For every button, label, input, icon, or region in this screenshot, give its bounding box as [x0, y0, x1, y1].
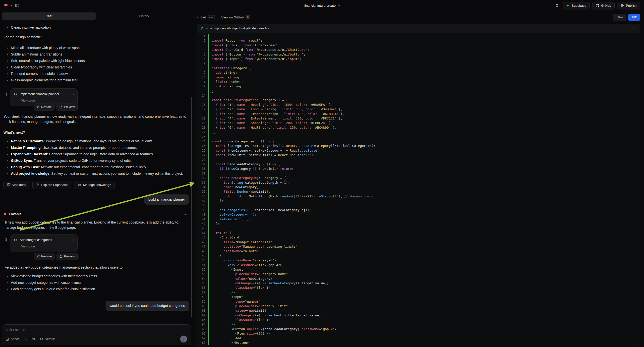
composer-toolbar: Attach Edit Default ▾ ↑: [6, 336, 187, 342]
restore-icon: ↺: [37, 105, 40, 109]
line-number: 1: [198, 34, 208, 38]
code-line: 52 <Input: [198, 267, 640, 272]
code-line: 45 <ChartCard: [198, 235, 640, 240]
lovable-heart-icon: ❤: [4, 212, 7, 216]
line-number: 27: [198, 153, 208, 157]
message-card-row: Implement financial planner › View code …: [4, 88, 189, 110]
edit-label: Edit: [29, 337, 35, 341]
code-line: 20 { id: '5', name: 'Shopping', limit: 2…: [198, 121, 640, 125]
publish-button[interactable]: Publish: [617, 2, 640, 10]
code-line: 28: [198, 158, 640, 162]
code-scroll-area[interactable]: 12import React from 'react';3import { Pl…: [198, 33, 640, 347]
code-text: import ChartCard from '@/components/ui/C…: [209, 48, 309, 52]
project-switcher[interactable]: financial-future-creator ▾: [304, 0, 340, 11]
code-text: [209, 93, 212, 98]
line-number: 53: [198, 272, 208, 276]
code-line: 65 <Button onClick={handleAddCategory} c…: [198, 327, 640, 331]
line-number: 29: [198, 162, 208, 166]
design-intro: For the design aesthetic:: [4, 34, 189, 40]
app-root: ❤ ▾ financial-future-creator ▾ ⚙ Supabas…: [0, 0, 644, 347]
restore-label: Restore: [41, 255, 52, 258]
code-line: 55 onChange={(e) => setNewCategory(e.tar…: [198, 281, 640, 286]
mode-selector[interactable]: Default ▾: [40, 337, 58, 341]
code-line: 60 placeholder="Monthly limit": [198, 304, 640, 308]
explore-supabase-button[interactable]: Explore Supabase: [32, 181, 71, 189]
line-number: 13: [198, 89, 208, 93]
user-message-1: build a financial planner: [144, 194, 189, 204]
bookmark-icon[interactable]: [4, 238, 8, 242]
edit-button[interactable]: Edit: [24, 337, 35, 341]
attach-button[interactable]: Attach: [6, 337, 20, 341]
card2-view-code[interactable]: View code: [21, 244, 74, 249]
topbar: ❤ ▾ financial-future-creator ▾ ⚙ Supabas…: [0, 0, 644, 11]
list-item: Master Prompting: Use clear, detailed, a…: [11, 145, 189, 150]
card1-view-code[interactable]: View code: [21, 98, 74, 103]
code-text: { id: '4', name: 'Entertainment', limit:…: [209, 116, 342, 121]
card1-pills: ↺ Restore Preview: [10, 104, 78, 110]
card2-title: Add budget categories: [20, 238, 52, 242]
line-number: 59: [198, 300, 208, 304]
manage-knowledge-button[interactable]: Manage knowledge: [74, 181, 115, 189]
list-item: View existing budget categories with the…: [11, 274, 189, 279]
mode-label: Default: [45, 337, 55, 341]
line-number: 42: [198, 222, 208, 226]
code-line: 24const BudgetCategories = () => {: [198, 139, 640, 144]
code-header: ‹ Exit esc View on GitHub 6 Raw Diff: [193, 11, 644, 23]
code-line: 50 <div className="space-y-6">: [198, 258, 640, 262]
code-line: 3import { Plus } from 'lucide-react';: [198, 43, 640, 48]
view-on-github-link[interactable]: View on GitHub 6: [221, 15, 250, 20]
chat-scrollbar[interactable]: [191, 97, 192, 318]
line-number: 68: [198, 340, 208, 345]
raw-button[interactable]: Raw: [613, 14, 626, 21]
code-text: { id: '3', name: 'Transportation', limit…: [209, 112, 344, 116]
bookmark-icon[interactable]: [4, 92, 8, 96]
line-number: 37: [198, 199, 208, 203]
visit-docs-button[interactable]: Visit docs: [4, 181, 29, 189]
card2-column: Add budget categories › View code ↺ Rest…: [10, 234, 78, 260]
topbar-left: ❤ ▾: [4, 2, 20, 8]
line-number: 33: [198, 180, 208, 185]
assistant-header: ❤ Lovable ⋯: [4, 212, 189, 217]
tab-history[interactable]: History: [97, 12, 191, 20]
line-number: 16: [198, 102, 208, 107]
code-text: placeholder="Monthly limit": [209, 304, 288, 308]
external-link-icon: [60, 255, 62, 258]
code-line: 67 Add: [198, 336, 640, 340]
code-text: setCategories([...categories, newCategor…: [209, 208, 311, 212]
restore-button[interactable]: ↺ Restore: [34, 104, 54, 110]
line-number: 66: [198, 331, 208, 336]
sidebar-toggle-button[interactable]: [14, 2, 20, 8]
github-button[interactable]: GitHub: [592, 2, 615, 10]
line-number: 9: [198, 70, 208, 75]
preview-button[interactable]: Preview: [56, 253, 78, 260]
file-header[interactable]: src/components/budget/BudgetCategories.t…: [198, 24, 640, 33]
code-text: import { Input } from '@/components/ui/i…: [209, 57, 302, 61]
gear-icon: ⚙: [555, 3, 559, 8]
chat-input[interactable]: [6, 328, 187, 332]
tab-chat[interactable]: Chat: [2, 12, 96, 20]
card2[interactable]: Add budget categories › View code: [10, 234, 78, 252]
line-number: 67: [198, 336, 208, 340]
send-button[interactable]: ↑: [180, 336, 187, 342]
line-number: 25: [198, 144, 208, 148]
diff-button[interactable]: Diff: [628, 14, 640, 21]
lovable-logo-icon[interactable]: ❤: [4, 3, 8, 8]
pencil-icon: [24, 338, 28, 341]
restore-label: Restore: [41, 105, 52, 109]
exit-button[interactable]: ‹ Exit esc: [197, 15, 215, 20]
workspace-caret-icon[interactable]: ▾: [10, 4, 12, 7]
code-text: const [newLimit, setNewLimit] = React.us…: [209, 153, 315, 157]
settings-button[interactable]: ⚙: [554, 3, 560, 8]
supabase-button[interactable]: Supabase: [563, 2, 590, 10]
line-number: 56: [198, 286, 208, 290]
collapse-button[interactable]: [630, 27, 636, 30]
message-card-row: Add budget categories › View code ↺ Rest…: [4, 234, 189, 260]
more-options-button[interactable]: ⋯: [182, 212, 189, 217]
code-line: 64 />: [198, 322, 640, 327]
chat-scroll-area[interactable]: Clean, intuitive navigation For the desi…: [0, 21, 193, 322]
restore-button[interactable]: ↺ Restore: [34, 253, 54, 260]
code-text: setNewLimit('');: [209, 217, 251, 222]
code-text: color: '#' + Math.floor(Math.random()*16…: [209, 194, 374, 199]
preview-button[interactable]: Preview: [56, 104, 78, 110]
code-line: 33 id: String(categories.length + 1),: [198, 180, 640, 185]
